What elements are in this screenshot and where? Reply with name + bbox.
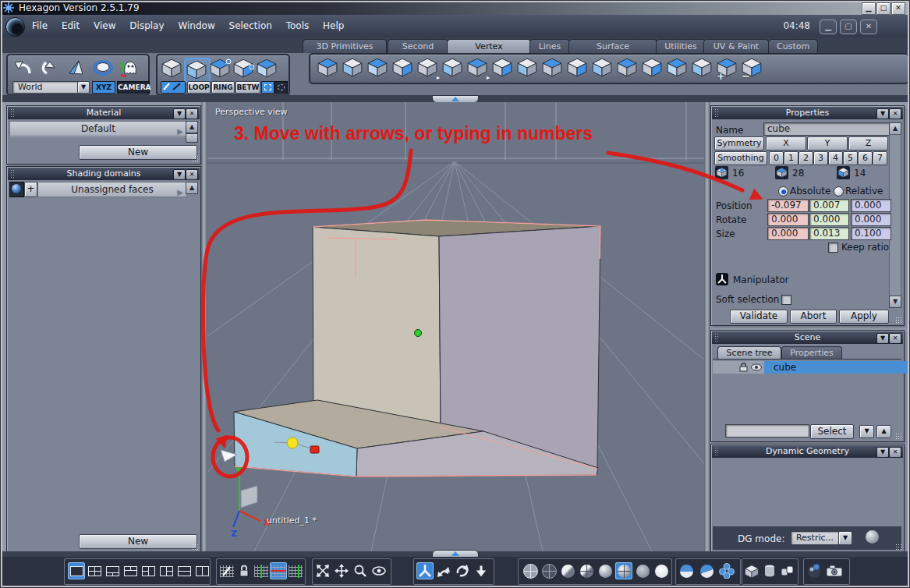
app-minimize-icon[interactable]: ▁	[820, 19, 837, 34]
smoothing-level-2[interactable]: 2	[798, 151, 813, 165]
position-z-input[interactable]: 0.000	[851, 199, 891, 212]
render-camera-icon[interactable]	[826, 562, 843, 579]
resize-grip-icon[interactable]	[895, 317, 902, 324]
scene-panel-header[interactable]: Scene ▼✕	[712, 331, 903, 344]
ghost-bowl-icon[interactable]	[698, 562, 715, 579]
panel-close-icon[interactable]: ✕	[889, 108, 901, 119]
new-material-button[interactable]: New	[79, 145, 197, 160]
multi-sphere-icon[interactable]	[718, 562, 735, 579]
modeling-tool-icon-16[interactable]	[691, 57, 714, 79]
menu-tools[interactable]: Tools	[281, 15, 315, 37]
grid-pen-icon[interactable]	[218, 562, 235, 579]
viewport-layout-single-icon[interactable]	[68, 562, 85, 579]
drag-handle-icon[interactable]	[714, 333, 720, 342]
dg-panel-header[interactable]: Dynamic Geometry ▼✕	[712, 445, 903, 458]
pan-view-icon[interactable]	[333, 562, 350, 579]
resize-grip-icon[interactable]	[192, 155, 199, 162]
cube-display-icon[interactable]	[743, 562, 760, 579]
modeling-tool-icon-5[interactable]: ▸	[416, 57, 440, 79]
symmetry-x-button[interactable]: X	[766, 136, 806, 151]
camera-toggle[interactable]: CAMERA	[117, 81, 150, 94]
size-y-input[interactable]: 0.013	[809, 227, 849, 240]
ellipse-icon[interactable]	[92, 58, 115, 80]
select-button[interactable]: Select	[810, 424, 854, 439]
maximize-icon[interactable]: □	[876, 2, 891, 15]
symmetry-z-button[interactable]: Z	[848, 136, 888, 151]
panel-close-icon[interactable]: ✕	[186, 108, 198, 119]
smooth-add-icon[interactable]: +	[716, 57, 739, 79]
tab-scene-properties[interactable]: Properties	[781, 346, 842, 360]
panel-menu-icon[interactable]: ▼	[876, 108, 889, 119]
viewport-layout-left-split-icon[interactable]	[140, 562, 157, 579]
scale-mode-icon[interactable]	[473, 562, 490, 579]
close-icon[interactable]: ✕	[891, 2, 905, 15]
add-domain-icon[interactable]: +	[24, 182, 37, 197]
resize-grip-icon[interactable]	[895, 544, 902, 551]
grid-vertical-plane-icon[interactable]	[253, 562, 270, 579]
smoothing-level-4[interactable]: 4	[828, 151, 843, 165]
viewport-layout-quad-icon[interactable]	[86, 562, 103, 579]
modeling-tool-icon-13[interactable]	[616, 57, 639, 79]
menu-edit[interactable]: Edit	[56, 15, 85, 37]
lock-icon[interactable]	[739, 363, 748, 372]
ring-button[interactable]: RING	[211, 81, 235, 94]
panel-menu-icon[interactable]: ▼	[173, 169, 186, 180]
vertex-handle[interactable]	[287, 437, 298, 448]
validate-button[interactable]: Validate	[730, 310, 788, 324]
symmetry-button[interactable]: Symmetry	[714, 136, 764, 151]
menu-selection[interactable]: Selection	[224, 15, 278, 37]
panel-menu-icon[interactable]: ▼	[876, 447, 889, 458]
resize-grip-icon[interactable]	[192, 544, 199, 551]
abort-button[interactable]: Abort	[790, 310, 837, 324]
shading-hidden-line-icon[interactable]	[540, 562, 558, 579]
between-button[interactable]: BETW	[235, 81, 260, 94]
position-y-input[interactable]: 0.007	[809, 199, 849, 212]
menu-window[interactable]: Window	[172, 15, 220, 37]
panel-close-icon[interactable]: ✕	[186, 169, 198, 180]
orbit-eye-icon[interactable]	[370, 562, 388, 579]
shading-bright-icon[interactable]	[653, 562, 670, 579]
grid-lock-icon[interactable]	[235, 562, 253, 579]
panel-menu-icon[interactable]: ▼	[876, 333, 889, 344]
scene-search-input[interactable]	[725, 424, 809, 437]
tab-uv-paint[interactable]: UV & Paint	[703, 39, 769, 54]
rotate-mode-icon[interactable]	[454, 562, 471, 579]
xyz-toggle[interactable]: XYZ	[92, 81, 115, 94]
tab-lines[interactable]: Lines	[529, 39, 570, 54]
smoothing-level-1[interactable]: 1	[784, 151, 798, 165]
grid-side-plane-icon[interactable]	[287, 562, 304, 579]
shading-matcap-icon[interactable]	[634, 562, 651, 579]
shading-flat-wire-icon[interactable]	[578, 562, 595, 579]
shading-domain-item[interactable]: Unassigned faces▶	[37, 182, 187, 197]
redo-icon[interactable]	[39, 58, 62, 80]
modeling-tool-icon-12[interactable]	[591, 57, 614, 79]
drag-handle-icon[interactable]	[10, 108, 16, 118]
app-close-icon[interactable]: ✕	[860, 19, 877, 34]
cone-icon[interactable]	[66, 58, 89, 80]
dg-mode-dropdown-icon[interactable]: ▼	[838, 531, 852, 545]
modeling-tool-icon-6[interactable]	[441, 57, 465, 79]
shading-smooth-wire-icon[interactable]	[615, 562, 632, 579]
modeling-tool-icon-10[interactable]	[541, 57, 565, 79]
dg-mode-select[interactable]: Restric...	[791, 531, 839, 545]
modeling-tool-icon-9[interactable]	[516, 57, 540, 79]
world-selector[interactable]: World	[12, 81, 83, 94]
tab-custom[interactable]: Custom	[768, 39, 818, 54]
shading-flat-icon[interactable]	[559, 562, 576, 579]
select-object-icon[interactable]	[256, 58, 279, 80]
ghost-icon[interactable]	[119, 58, 142, 80]
viewport-layout-right-split-icon[interactable]	[158, 562, 175, 579]
menu-help[interactable]: Help	[317, 15, 349, 37]
scene-tree-item-cube[interactable]: cube	[764, 361, 908, 374]
scroll-up-icon[interactable]: ▲	[186, 121, 198, 133]
smoothing-level-5[interactable]: 5	[843, 151, 858, 165]
drag-handle-icon[interactable]	[714, 447, 720, 456]
symmetry-y-button[interactable]: Y	[807, 136, 848, 151]
smoothing-level-3[interactable]: 3	[813, 151, 828, 165]
panel-close-icon[interactable]: ✕	[889, 333, 901, 344]
dg-sphere-button[interactable]	[866, 530, 879, 544]
select-vertices-icon[interactable]	[161, 58, 184, 80]
tab-second-life[interactable]: Second Life	[388, 39, 448, 54]
scroll-up-icon[interactable]: ▲	[186, 182, 198, 194]
size-x-input[interactable]: 0.000	[767, 227, 809, 240]
